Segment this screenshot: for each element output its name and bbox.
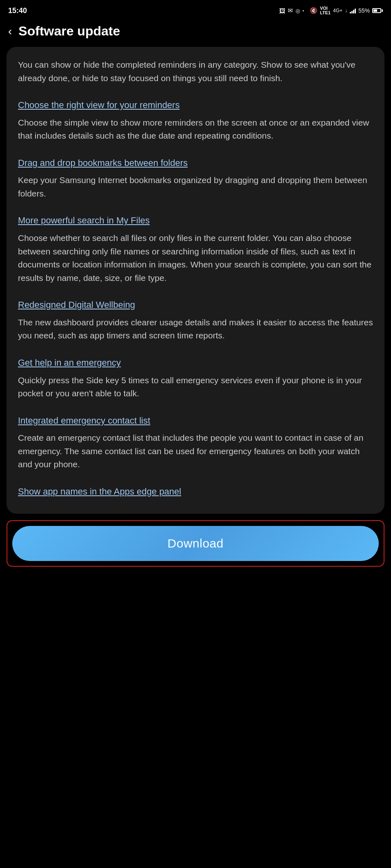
section-body-emergency: Quickly press the Side key 5 times to ca… [18,374,373,400]
content-card: You can show or hide the completed remin… [7,47,384,514]
download-area: Download [7,520,384,567]
mute-icon: 🔇 [310,7,318,14]
status-bar: 15:40 🖼 ✉ ◎ • 🔇 VOlLTE1 4G+ ↓ 55% [0,0,391,20]
section-body-my-files: Choose whether to search all files or on… [18,232,373,285]
section-title-reminders-view: Choose the right view for your reminders [18,99,373,111]
network-icon: 4G+ [333,8,342,13]
section-digital-wellbeing: Redesigned Digital Wellbeing The new das… [18,299,373,342]
section-title-apps-edge: Show app names in the Apps edge panel [18,486,373,498]
lte-icon: VOlLTE1 [320,6,331,15]
instagram-icon: ◎ [295,8,300,14]
section-body-emergency-contacts: Create an emergency contact list that in… [18,431,373,471]
download-button[interactable]: Download [12,526,379,561]
status-time: 15:40 [8,7,27,15]
header: ‹ Software update [0,20,391,47]
section-reminders-view: Choose the right view for your reminders… [18,99,373,143]
section-body-digital-wellbeing: The new dashboard provides clearer usage… [18,316,373,342]
section-emergency-contacts: Integrated emergency contact list Create… [18,415,373,471]
section-my-files: More powerful search in My Files Choose … [18,215,373,285]
back-button[interactable]: ‹ [8,26,12,37]
section-title-emergency-contacts: Integrated emergency contact list [18,415,373,427]
section-apps-edge: Show app names in the Apps edge panel [18,486,373,498]
signal-bars-icon [350,8,356,13]
mail-icon: ✉ [288,7,293,14]
intro-text: You can show or hide the completed remin… [18,58,373,85]
section-title-my-files: More powerful search in My Files [18,215,373,227]
download-arrow-icon: ↓ [345,8,347,13]
status-icons: 🖼 ✉ ◎ • 🔇 VOlLTE1 4G+ ↓ 55% [279,6,383,15]
page-title: Software update [18,24,120,39]
section-body-reminders-view: Choose the simple view to show more remi… [18,116,373,143]
battery-percentage: 55% [358,7,370,14]
section-emergency: Get help in an emergency Quickly press t… [18,357,373,400]
section-bookmarks: Drag and drop bookmarks between folders … [18,157,373,201]
section-title-emergency: Get help in an emergency [18,357,373,369]
gallery-icon: 🖼 [279,7,285,14]
section-body-bookmarks: Keep your Samsung Internet bookmarks org… [18,174,373,200]
dot-icon: • [302,9,304,13]
section-title-digital-wellbeing: Redesigned Digital Wellbeing [18,299,373,311]
section-title-bookmarks: Drag and drop bookmarks between folders [18,157,373,169]
battery-icon [372,8,383,13]
